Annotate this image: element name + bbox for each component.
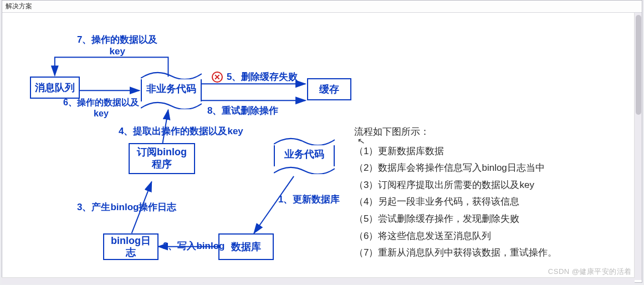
edge-label-3: 3、产生binlog操作日志 (77, 201, 176, 213)
node-cache: 缓存 (307, 78, 351, 100)
step-7: （7）重新从消息队列中获得该数据，重试操作。 (354, 245, 557, 262)
watermark: CSDN @健康平安的活着 (548, 267, 632, 277)
node-subscribe-binlog: 订阅binlog 程序 (129, 143, 195, 174)
node-database: 数据库 (218, 233, 274, 260)
edge-label-8: 8、重试删除操作 (207, 105, 278, 116)
node-non-business-code: 非业务代码 (141, 72, 202, 109)
edge-label-6: 6、操作的数据以及 key (63, 97, 139, 119)
diagram-canvas: 消息队列 非业务代码 缓存 订阅binlog 程序 业务代码 binlog日 志… (2, 13, 642, 279)
horizontal-scrollbar[interactable] (2, 277, 635, 284)
steps-header: 流程如下图所示： (354, 124, 557, 141)
step-1: （1）更新数据库数据 (354, 143, 557, 160)
scrollbar-thumb[interactable] (636, 15, 641, 115)
edge-label-4: 4、提取出操作的数据以及key (119, 125, 243, 137)
step-3: （3）订阅程序提取出所需要的数据以及key (354, 177, 557, 194)
error-icon: ✕ (212, 72, 223, 83)
step-6: （6）将这些信息发送至消息队列 (354, 228, 557, 245)
node-business-code: 业务代码 (274, 138, 335, 174)
edge-label-7: 7、操作的数据以及 key (77, 34, 157, 58)
vertical-scrollbar[interactable] (634, 13, 642, 280)
window-title: 解决方案 (2, 1, 642, 13)
step-2: （2）数据库会将操作信息写入binlog日志当中 (354, 160, 557, 177)
window-frame: 解决方案 消息队列 (2, 0, 642, 283)
steps-text: 流程如下图所示： （1）更新数据库数据 （2）数据库会将操作信息写入binlog… (354, 124, 557, 262)
edge-label-2: 2、写入binlog (163, 240, 224, 252)
step-4: （4）另起一段非业务代码，获得该信息 (354, 194, 557, 211)
node-binlog: binlog日 志 (103, 233, 159, 260)
edge-label-5: 5、删除缓存失败 (227, 71, 298, 83)
node-message-queue: 消息队列 (30, 77, 80, 99)
step-5: （5）尝试删除缓存操作，发现删除失败 (354, 211, 557, 228)
edge-label-1: 1、更新数据库 (278, 194, 340, 205)
